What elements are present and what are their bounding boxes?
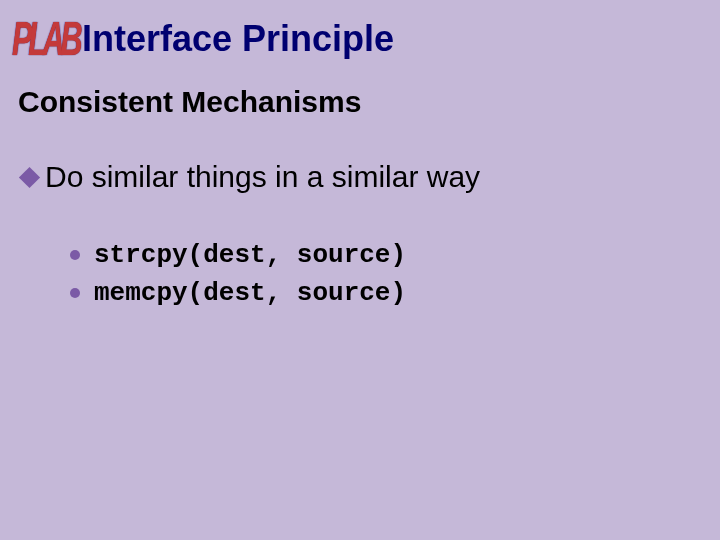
diamond-bullet-icon [19,166,40,187]
slide-subtitle: Consistent Mechanisms [18,85,361,119]
code-text: strcpy(dest, source) [94,240,406,270]
dot-bullet-icon [70,288,80,298]
plab-logo: PLAB [12,10,90,52]
slide-title: Interface Principle [82,18,394,60]
list-item: memcpy(dest, source) [70,278,406,308]
main-bullet: Do similar things in a similar way [22,160,480,194]
code-text: memcpy(dest, source) [94,278,406,308]
dot-bullet-icon [70,250,80,260]
logo-text: PLAB [12,10,78,67]
list-item: strcpy(dest, source) [70,240,406,270]
sub-bullet-list: strcpy(dest, source) memcpy(dest, source… [70,240,406,316]
main-bullet-text: Do similar things in a similar way [45,160,480,194]
slide: PLAB Interface Principle Consistent Mech… [0,0,720,540]
